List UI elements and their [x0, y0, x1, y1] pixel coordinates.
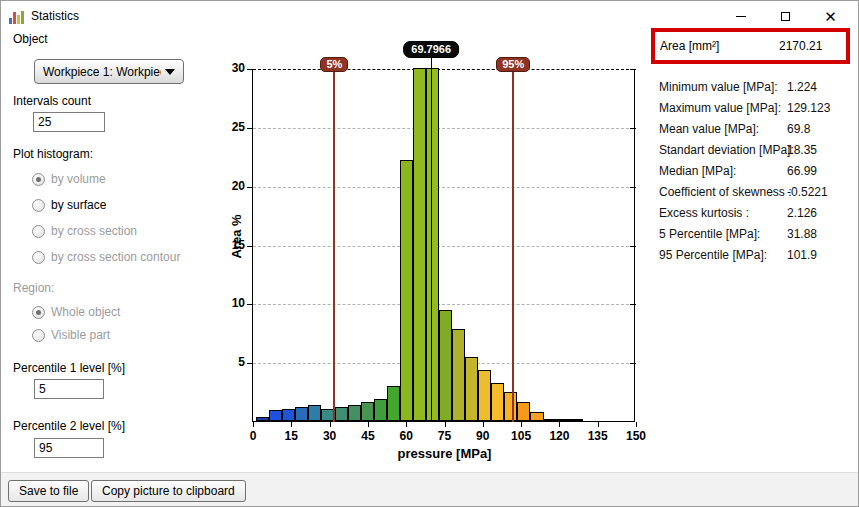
percentile1-input[interactable]	[34, 379, 104, 399]
stats-row-value: 2.126	[787, 206, 817, 220]
radio-icon	[32, 225, 45, 238]
radio-label: by volume	[51, 172, 106, 186]
intervals-count-label: Intervals count	[13, 94, 91, 108]
y-tick-label: 10	[209, 296, 245, 310]
radio-icon	[32, 251, 45, 264]
stats-row: Mean value [MPa]:69.8	[659, 122, 851, 140]
y-tick-label: 25	[209, 120, 245, 134]
radio-histogram-by-cross-section-contour: by cross section contour	[32, 250, 180, 264]
object-dropdown-value: Workpiece 1: Workpiece	[43, 65, 161, 79]
save-to-file-button[interactable]: Save to file	[8, 480, 89, 502]
gridline	[253, 128, 634, 129]
histogram-bar	[256, 417, 269, 421]
radio-histogram-by-cross-section: by cross section	[32, 224, 180, 238]
gridline	[253, 304, 634, 305]
percentile2-input[interactable]	[34, 438, 104, 458]
maximize-button[interactable]	[763, 1, 808, 31]
close-icon: ✕	[824, 9, 837, 24]
radio-histogram-by-volume: by volume	[32, 172, 180, 186]
stats-row: Median [MPa]:66.99	[659, 164, 851, 182]
histogram-bar	[478, 370, 491, 421]
histogram-bar	[308, 405, 321, 421]
maximize-icon	[781, 12, 790, 21]
stats-row-label: Median [MPa]:	[659, 164, 736, 178]
x-tick-mark	[368, 422, 369, 427]
histogram-bar	[282, 409, 295, 421]
radio-histogram-by-surface[interactable]: by surface	[32, 198, 180, 212]
histogram-bar	[269, 410, 282, 421]
x-tick-label: 0	[236, 429, 270, 443]
percentile2-label: Percentile 2 level [%]	[13, 419, 125, 433]
copy-picture-button[interactable]: Copy picture to clipboard	[91, 480, 246, 502]
stats-row: Coefficient of skewness :-0.5221	[659, 185, 851, 203]
stats-row-label: Coefficient of skewness :	[659, 185, 792, 199]
mean-line	[431, 56, 432, 422]
histogram-bar	[570, 419, 583, 421]
x-tick-mark	[445, 422, 446, 427]
mean-badge: 69.7966	[403, 41, 459, 58]
x-tick-mark	[636, 422, 637, 427]
stats-row: 95 Percentile [MPa]:101.9	[659, 248, 851, 266]
histogram-bar	[413, 68, 426, 421]
x-tick-label: 120	[542, 429, 576, 443]
x-tick-label: 90	[466, 429, 500, 443]
y-tick-label: 30	[209, 61, 245, 75]
radio-label: by cross section contour	[51, 250, 180, 264]
footer-bar: Save to file Copy picture to clipboard	[1, 472, 858, 507]
radio-label: by surface	[51, 198, 106, 212]
stats-row-value: 66.99	[787, 164, 817, 178]
y-tick-mark-left	[247, 187, 253, 188]
x-tick-mark	[406, 422, 407, 427]
x-tick-label: 60	[389, 429, 423, 443]
radio-icon	[32, 173, 45, 186]
x-tick-label: 135	[581, 429, 615, 443]
x-tick-label: 105	[504, 429, 538, 443]
percentile1-label: Percentile 1 level [%]	[13, 361, 125, 375]
y-tick-mark-right	[630, 304, 636, 305]
y-tick-mark-left	[247, 246, 253, 247]
y-tick-label: 5	[209, 355, 245, 369]
y-axis-title: Area %	[229, 207, 244, 267]
stats-row-value: 31.88	[787, 227, 817, 241]
stats-row: Minimum value [MPa]:1.224	[659, 80, 851, 98]
object-dropdown[interactable]: Workpiece 1: Workpiece	[34, 59, 184, 84]
percentile-line	[512, 69, 514, 422]
histogram-bar	[361, 402, 374, 421]
minimize-button[interactable]	[718, 1, 763, 31]
histogram-bar	[517, 402, 530, 421]
histogram-bar	[387, 386, 400, 421]
intervals-count-input[interactable]	[33, 112, 105, 132]
y-tick-mark-right	[630, 187, 636, 188]
region-label: Region:	[13, 281, 54, 295]
stats-row-value: 69.8	[787, 122, 810, 136]
histogram-bar	[530, 412, 543, 421]
window-title: Statistics	[31, 9, 79, 23]
y-tick-mark-right	[630, 69, 636, 70]
title-bar[interactable]: Statistics ✕	[1, 1, 858, 31]
x-axis-title: pressure [MPa]	[253, 446, 636, 461]
histogram-bar	[452, 329, 465, 421]
stats-row-value: 1.224	[787, 80, 817, 94]
percentile-line	[333, 69, 335, 422]
y-tick-label: 20	[209, 179, 245, 193]
stats-row: 5 Percentile [MPa]:31.88	[659, 227, 851, 245]
area-highlight-box: Area [mm²] 2170.21	[651, 28, 850, 64]
close-button[interactable]: ✕	[808, 1, 853, 31]
chevron-down-icon	[165, 69, 175, 75]
statistics-icon	[9, 8, 25, 24]
stats-row: Excess kurtosis :2.126	[659, 206, 851, 224]
histogram-plot: Area % pressure [MPa] 510152025300153045…	[252, 69, 635, 422]
y-tick-mark-left	[247, 128, 253, 129]
y-tick-mark-left	[247, 69, 253, 70]
gridline	[253, 187, 634, 188]
gridline	[253, 69, 634, 70]
stats-row-label: Mean value [MPa]:	[659, 122, 759, 136]
radio-icon[interactable]	[32, 199, 45, 212]
radio-icon	[32, 329, 45, 342]
percentile-badge: 5%	[320, 57, 348, 72]
y-tick-mark-right	[630, 363, 636, 364]
histogram-bar	[348, 405, 361, 421]
stats-row-label: 5 Percentile [MPa]:	[659, 227, 760, 241]
x-tick-label: 15	[274, 429, 308, 443]
gridline	[253, 246, 634, 247]
